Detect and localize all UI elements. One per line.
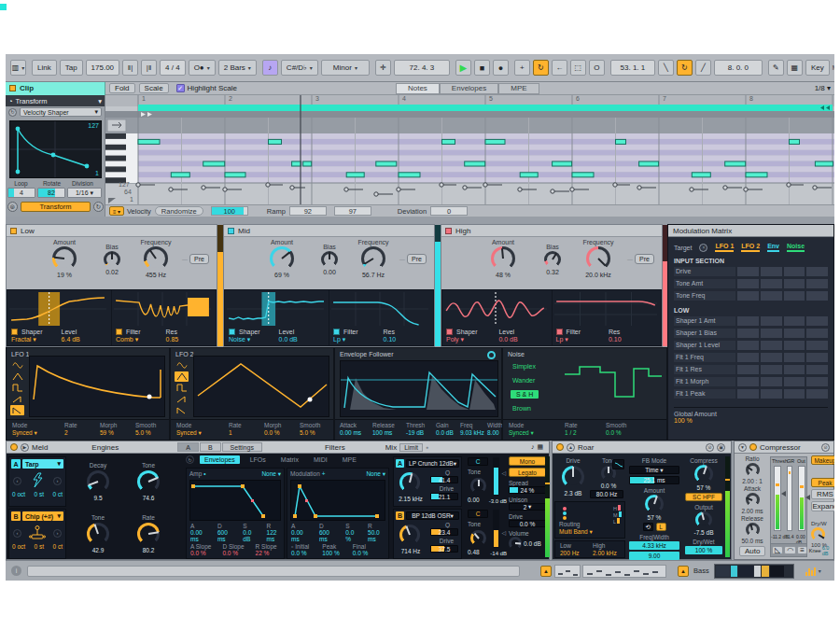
draw-mode-icon[interactable]: ✎ — [768, 60, 784, 76]
filter-enable[interactable] — [333, 329, 340, 335]
view-collapsed-icon[interactable]: ≡ — [797, 546, 807, 554]
shaper-enable[interactable] — [229, 329, 235, 335]
pre-button[interactable]: Pre — [635, 254, 654, 264]
attack-group[interactable]: Attack 2.00 ms — [736, 485, 768, 514]
shaper-display-low[interactable]: ShaperLevel Fractal ▾6.4 dB — [7, 290, 111, 345]
triangle-icon[interactable] — [175, 371, 189, 382]
mod-peak[interactable]: 100 % — [322, 550, 339, 556]
amp-release[interactable]: 122 ms — [267, 529, 277, 542]
pre-button[interactable]: Pre — [407, 254, 427, 264]
filter-a-type[interactable]: LP Crunch 12dB▾ — [406, 459, 459, 468]
mod-final[interactable]: 0.0 % — [353, 550, 369, 556]
fb-freq-field[interactable]: 4.33 kHz — [629, 541, 679, 550]
filter-b-type[interactable]: BP 12dB OSR▾ — [406, 511, 459, 520]
device-on-icon[interactable] — [556, 443, 564, 451]
frequency-knob[interactable] — [586, 246, 610, 271]
shaper-level[interactable]: 0.0 dB — [498, 336, 517, 343]
randomize-amount-field[interactable]: 100 — [211, 206, 248, 216]
noise-smooth[interactable]: 0.0 % — [606, 429, 626, 436]
filter-a-freq[interactable]: 2.15 kHz — [394, 496, 427, 502]
engine-a-st[interactable]: 0 st — [35, 491, 44, 497]
reroll-icon[interactable]: ↻ — [93, 202, 104, 212]
matrix-row[interactable]: Shaper 1 Bias — [674, 328, 828, 339]
global-amount-value[interactable]: 100 % — [674, 417, 693, 424]
lfo1-smooth[interactable]: 5.0 % — [135, 429, 156, 436]
fb-time-field[interactable]: 25.1 ms — [629, 476, 679, 484]
transform-section-header[interactable]: ◔ Transform ▾ — [6, 95, 105, 106]
mix-b-handle-icon[interactable]: ◁ — [501, 529, 506, 536]
scale-name-menu[interactable]: Minor — [321, 60, 370, 76]
velocity-shaper-curve[interactable]: 127 1 — [9, 120, 102, 178]
meld-volume[interactable]: 0.0 dB — [524, 540, 541, 547]
noise-type-simplex[interactable]: Simplex — [512, 363, 536, 370]
meld-volume-knob[interactable] — [509, 537, 522, 550]
shaper-level[interactable]: 6.4 dB — [62, 336, 80, 343]
matrix-row[interactable]: Flt 1 Peak — [674, 388, 828, 399]
pre-button[interactable]: Pre — [189, 254, 209, 264]
filter-display-mid[interactable]: FilterRes Lp ▾0.10 — [329, 290, 433, 345]
tab-notes[interactable]: Notes — [396, 83, 440, 94]
preview-icon[interactable]: ▶ — [21, 443, 29, 452]
engine-b-st[interactable]: 0 st — [35, 543, 44, 550]
sc-hpf-button[interactable]: SC HPF — [685, 493, 722, 501]
noise-type-sh[interactable]: S & H — [511, 390, 539, 399]
ramp-up-icon[interactable] — [10, 394, 24, 404]
nudge-down-icon[interactable]: ‖| — [122, 60, 138, 76]
engine-b-oct[interactable]: 0 oct — [12, 543, 25, 550]
nudge-up-icon[interactable]: |‖ — [141, 60, 157, 76]
amp-a-slope[interactable]: 0.0 % — [190, 550, 206, 556]
mix-a-pan[interactable]: C — [468, 457, 488, 466]
play-button[interactable]: ▶ — [455, 60, 471, 76]
fold-device-icon[interactable]: ▼ — [738, 443, 747, 452]
matrix-row[interactable]: Flt 1 Morph — [674, 376, 828, 387]
filter-res[interactable]: 0.10 — [384, 336, 397, 343]
sine-icon[interactable] — [175, 360, 189, 371]
amp-r-slope[interactable]: 22 % — [256, 550, 270, 556]
view-curve-icon[interactable]: ◠ — [784, 546, 796, 554]
comp-dry-wet[interactable]: 100 % — [811, 542, 834, 548]
device-on-icon[interactable] — [749, 443, 757, 451]
subtab-envelopes[interactable]: Envelopes — [200, 455, 240, 464]
quantization-menu[interactable]: 2 Bars — [218, 60, 257, 76]
keyboard-icon[interactable]: ▦ — [537, 443, 543, 451]
filter-a-q[interactable]: 41.4 — [430, 476, 458, 483]
punch-out-icon[interactable]: ╱ — [695, 60, 711, 76]
loop-toggle-icon[interactable]: ↻ — [677, 60, 693, 76]
key-map-button[interactable]: Key — [805, 60, 830, 76]
subtab-lfos[interactable]: LFOs — [245, 455, 271, 464]
mod-initial[interactable]: 0.0 % — [291, 550, 307, 556]
record-button[interactable]: ● — [493, 60, 509, 76]
mix-b-tone-knob[interactable] — [470, 530, 486, 546]
sine-icon[interactable] — [10, 360, 24, 371]
square-icon[interactable] — [175, 383, 189, 393]
lfo2-wave-display[interactable] — [193, 356, 329, 417]
clip-overview-fold-icon[interactable]: ▲ — [540, 566, 552, 577]
mix-a-level[interactable]: -3.0 dB — [489, 498, 507, 504]
matrix-col-noise[interactable]: Noise — [787, 243, 805, 252]
session-record-icon[interactable]: ⬚ — [570, 60, 586, 76]
noise-rate[interactable]: 1 / 2 — [565, 429, 578, 436]
deviation-field[interactable]: 0 — [430, 206, 468, 216]
matrix-row[interactable]: Shaper 1 Level — [674, 340, 828, 351]
noise-mode[interactable]: Synced ▾ — [509, 429, 534, 437]
transform-apply-button[interactable]: Transform — [21, 202, 91, 212]
mix-a-handle-icon[interactable]: ◁ — [501, 469, 506, 476]
ramp-down-icon[interactable] — [175, 405, 189, 415]
out-meter[interactable] — [798, 466, 805, 531]
mod-decay[interactable]: 600 ms — [319, 529, 329, 542]
crossover-low[interactable]: 200 Hz — [560, 550, 580, 556]
filter-b-freq[interactable]: 714 Hz — [394, 548, 427, 554]
tone-curve-icon[interactable] — [612, 459, 624, 469]
next-engine-icon[interactable]: › — [53, 529, 62, 538]
shaper-enable[interactable] — [11, 329, 18, 335]
bias-knob[interactable] — [321, 251, 338, 268]
envf-thresh[interactable]: -19 dB — [406, 429, 425, 436]
filter-enable[interactable] — [116, 329, 122, 335]
time-signature-field[interactable]: 4 / 4 — [160, 60, 186, 76]
ramp-start-field[interactable]: 92 — [289, 206, 327, 216]
midi-gate-icon[interactable]: ♪ — [531, 443, 535, 451]
mono-button[interactable]: Mono — [509, 456, 546, 466]
lfo2-morph[interactable]: 0.0 % — [264, 429, 281, 436]
engine-a-chip[interactable]: A — [11, 459, 21, 469]
engine-a-knob2[interactable]: Tone 74.6 — [128, 462, 169, 501]
